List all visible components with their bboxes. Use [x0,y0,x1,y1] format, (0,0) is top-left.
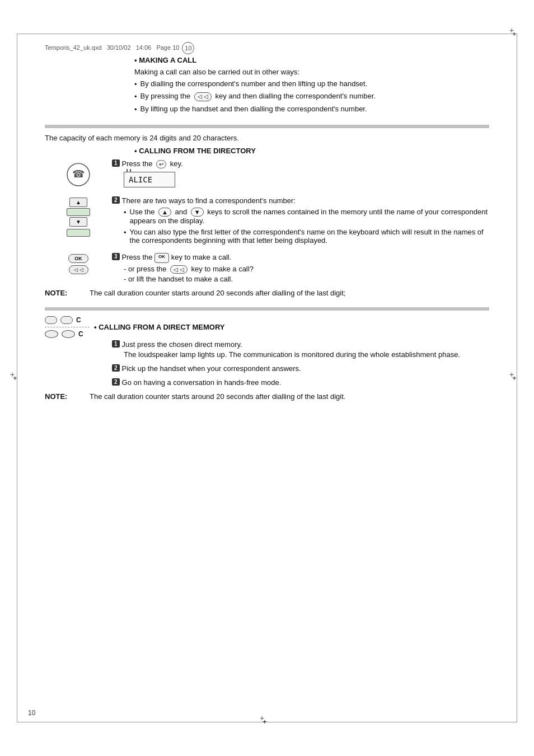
bullet-1: • By dialling the correspondent's number… [134,79,489,88]
step-3-or2: - or lift the handset to make a call. [124,275,489,283]
directory-step-3-row: OK ◁ ◁ 3 Press the OK key to make a call… [45,253,489,283]
direct-memory-note-text: The call duration counter starts around … [90,392,489,401]
directory-step-1-row: ☎ 1 Press the ↩ key. [45,159,489,191]
call-key-icon-1: ◁ ◁ [194,92,212,101]
arrow-symbol: ◁ [204,93,208,100]
call-device-btn: ◁ ◁ [69,265,88,274]
direct-memory-title: • CALLING FROM A DIRECT MEMORY [94,323,224,331]
directory-step-2-content: 2 There are two ways to find a correspon… [112,196,489,248]
date: 30/10/02 [107,44,131,51]
direct-memory-note-label: NOTE: [45,392,90,401]
step-3-sub: - or press the ◁ ◁ key to make a call? -… [124,265,489,283]
making-a-call-intro: Making a call can also be carried out in… [134,68,489,76]
section-separator [45,125,489,128]
lcd-strip-2 [67,229,90,237]
call-arrow-symbol-2: ◁ [79,267,83,273]
dm-step-2-main: Pick up the handset when your correspond… [122,364,301,373]
step-2-main-text: There are two ways to find a corresponde… [122,196,296,205]
bullet-dot-2: • [134,92,137,101]
dm-step-1-main: Just press the chosen direct memory. [122,340,242,349]
ok-device: OK ◁ ◁ [68,254,88,274]
page-circle: 10 [182,42,194,54]
directory-title: • CALLING FROM THE DIRECTORY [134,147,489,155]
display-text: ALICE [129,175,152,184]
call-arrow-symbol: ◁ [74,267,78,273]
bullet-2: • By pressing the ◁ ◁ key and then diall… [134,92,489,101]
dm-step-num-1: 1 [112,340,120,348]
speaker-symbol: ◁ [198,93,202,100]
page-label: Page 10 [156,44,179,51]
ok-key-inline-1: ↩ [156,160,166,168]
capacity-text: The capacity of each memory is 24 digits… [45,134,489,142]
step-3-or1: - or press the ◁ ◁ key to make a call? [124,265,489,274]
down-arrow-btn: ▼ [69,217,87,227]
directory-note-text: The call duration counter starts around … [90,289,489,297]
making-a-call-title: • MAKING A CALL [134,56,489,64]
memory-icons-row-1: C [45,316,90,324]
c-letter-1: C [76,316,81,324]
dm-step-num-2: 2 [112,364,120,372]
directory-step-3-content: 3 Press the OK key to make a call. - or … [112,253,489,283]
direct-memory-step-3-row: 2 Go on having a conversation in hands-f… [45,378,489,387]
filename: Temporis_42_uk.qxd [45,44,102,51]
meta-line: Temporis_42_uk.qxd 30/10/02 14:06 Page 1… [45,42,194,54]
direct-memory-step-2-icon [45,364,112,365]
direct-memory-header: C C • CALLING FROM A DIRECT MEMORY [45,316,489,338]
step-2-sub-bullets: • Use the ▲ and ▼ keys to scroll the nam… [124,208,489,245]
step-num-1: 1 [112,159,120,167]
direct-memory-step-2-text: 2 Pick up the handset when your correspo… [112,364,489,373]
sub-bullet-2-text: You can also type the first letter of th… [130,228,489,245]
cross-marker-bottom-center: + [263,717,271,726]
directory-note-label: NOTE: [45,289,90,297]
directory-step-3-text: 3 Press the OK key to make a call. [112,253,489,263]
direct-memory-step-1-content: 1 Just press the chosen direct memory. T… [112,340,489,359]
display-box-wrapper: ALICE [124,172,489,187]
cross-marker-right-mid: + [512,374,521,383]
phone-book-icon: ☎ [64,161,92,189]
mem-btn-2 [60,316,73,324]
down-key: ▼ [191,208,204,217]
time: 14:06 [136,44,152,51]
mem-btn-1 [45,316,57,324]
updown-device-icon: ▲ ▼ [67,198,90,238]
cross-marker-top-right: + [512,30,521,39]
sub-bullet-2: • You can also type the first letter of … [124,228,489,245]
bullet-3-text: By lifting up the handset and then diall… [140,105,367,113]
ok-key-device: OK [154,253,169,263]
display-content: ALICE [124,172,175,187]
directory-step-1-icon: ☎ [45,159,112,189]
mem-oval-1 [45,330,58,338]
c-letter-2: C [78,330,83,338]
border-top [17,34,517,34]
sub-dot-2: • [124,228,127,237]
sub-bullet-1-text: Use the ▲ and ▼ keys to scroll the names… [130,208,489,226]
directory-step-3-icon: OK ◁ ◁ [45,253,112,274]
bullet-dot-3: • [134,105,137,114]
step-num-2: 2 [112,196,120,204]
dm-step-num-3: 2 [112,378,120,386]
bullet-1-text: By dialling the correspondent's number a… [140,79,368,88]
display-box: ALICE [124,172,175,187]
direct-memory-step-3-text: 2 Go on having a conversation in hands-f… [112,378,489,387]
direct-memory-step-1-row: 1 Just press the chosen direct memory. T… [45,340,489,359]
call-key-inline-2: ◁ ◁ [170,265,188,274]
direct-memory-step-1-icon [45,340,112,341]
cross-marker-left-mid: + [13,374,22,383]
ok-device-btn: OK [68,254,88,263]
calling-from-directory-section: • CALLING FROM THE DIRECTORY ☎ 1 Press t… [45,147,489,297]
bullet-2-text: By pressing the ◁ ◁ key and then diallin… [140,92,376,101]
direct-memory-note: NOTE: The call duration counter starts a… [45,392,489,401]
main-content: • MAKING A CALL Making a call can also b… [45,56,489,406]
up-arrow-btn: ▲ [69,198,87,207]
direct-memory-step-2-row: 2 Pick up the handset when your correspo… [45,364,489,373]
direct-memory-step-1-detail: The loudspeaker lamp lights up. The comm… [124,350,489,359]
up-key: ▲ [158,208,171,217]
memory-icons-row-2: C [45,330,90,338]
memory-icons: C C [45,316,90,338]
directory-step-2-row: ▲ ▼ 2 There are two ways to find a corre… [45,196,489,248]
bullet-dot-1: • [134,80,137,88]
section-separator-2 [45,307,489,311]
direct-memory-step-2-content: 2 Pick up the handset when your correspo… [112,364,489,373]
dashed-separator [45,327,90,327]
directory-step-2-icon: ▲ ▼ [45,196,112,238]
